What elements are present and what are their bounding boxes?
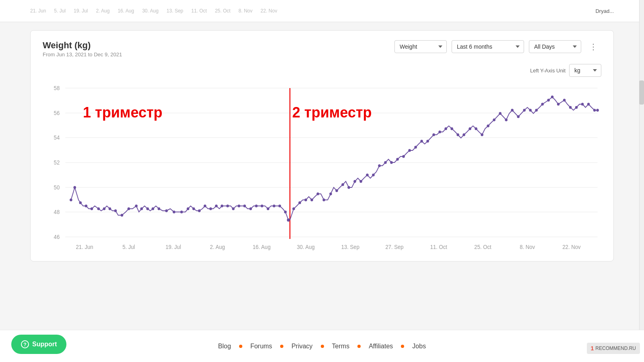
chart-card: Weight (kg) From Jun 13, 2021 to Dec 9, … bbox=[30, 30, 614, 261]
chart-controls-row2: Left Y-Axis Unit kg lbs bbox=[43, 64, 601, 77]
recommend-label: RECOMMEND.RU bbox=[595, 346, 636, 351]
scrollbar-thumb[interactable] bbox=[639, 80, 644, 105]
svg-point-71 bbox=[322, 199, 325, 202]
footer-link-blog[interactable]: Blog bbox=[210, 343, 239, 350]
footer-dot-4 bbox=[357, 345, 361, 348]
svg-text:8. Nov: 8. Nov bbox=[520, 244, 535, 250]
svg-point-115 bbox=[587, 103, 590, 106]
svg-point-79 bbox=[372, 174, 375, 177]
footer-links: Blog Forums Privacy Terms Affiliates Job… bbox=[210, 343, 434, 350]
chart-controls: Weight BMI Body Fat Last 6 months Last 3… bbox=[394, 40, 601, 53]
trimester-2-label: 2 триместр bbox=[292, 104, 372, 121]
svg-text:30. Aug: 30. Aug bbox=[297, 244, 315, 250]
svg-point-33 bbox=[97, 208, 100, 210]
y-axis-unit-label: Left Y-Axis Unit bbox=[530, 68, 566, 74]
footer-dot-3 bbox=[321, 345, 324, 348]
svg-point-97 bbox=[481, 134, 483, 136]
svg-point-116 bbox=[593, 109, 596, 112]
svg-point-32 bbox=[91, 208, 93, 210]
svg-point-111 bbox=[563, 99, 566, 102]
footer-link-privacy[interactable]: Privacy bbox=[283, 343, 320, 350]
svg-point-82 bbox=[390, 161, 393, 164]
svg-point-77 bbox=[359, 180, 362, 183]
svg-text:50: 50 bbox=[54, 185, 60, 191]
svg-point-88 bbox=[426, 140, 429, 143]
svg-text:2. Aug: 2. Aug bbox=[210, 244, 225, 250]
svg-point-69 bbox=[310, 199, 313, 202]
svg-point-107 bbox=[541, 103, 544, 106]
svg-point-28 bbox=[70, 199, 72, 202]
scrollbar[interactable] bbox=[639, 0, 644, 330]
support-button[interactable]: ? Support bbox=[11, 335, 66, 354]
svg-point-40 bbox=[140, 208, 143, 210]
svg-point-58 bbox=[249, 208, 252, 210]
svg-text:46: 46 bbox=[54, 234, 60, 240]
trimester-1-label: 1 триместр bbox=[83, 104, 163, 121]
svg-point-63 bbox=[279, 205, 281, 208]
svg-point-70 bbox=[316, 193, 319, 195]
svg-point-84 bbox=[402, 155, 405, 158]
svg-point-35 bbox=[109, 208, 111, 210]
svg-point-114 bbox=[581, 103, 584, 106]
svg-point-117 bbox=[596, 109, 599, 112]
svg-text:27. Sep: 27. Sep bbox=[385, 244, 403, 250]
days-select[interactable]: All Days Weekdays Weekends bbox=[529, 40, 581, 53]
svg-point-39 bbox=[135, 205, 138, 208]
svg-point-90 bbox=[438, 131, 441, 134]
svg-point-62 bbox=[273, 205, 276, 208]
more-button[interactable]: ⋮ bbox=[586, 40, 601, 53]
svg-text:52: 52 bbox=[54, 160, 60, 166]
chart-header: Weight (kg) From Jun 13, 2021 to Dec 9, … bbox=[43, 40, 601, 58]
chart-title-section: Weight (kg) From Jun 13, 2021 to Dec 9, … bbox=[43, 40, 122, 58]
recommend-badge: 1 RECOMMEND.RU bbox=[587, 343, 640, 354]
svg-point-75 bbox=[347, 186, 350, 189]
svg-point-85 bbox=[408, 149, 411, 152]
svg-point-72 bbox=[329, 193, 332, 195]
top-strip: 21. Jun 5. Jul 19. Jul 2. Aug 16. Aug 30… bbox=[0, 0, 644, 22]
username-label: Dryad... bbox=[595, 8, 614, 14]
unit-select[interactable]: kg lbs bbox=[569, 64, 601, 77]
chart-subtitle: From Jun 13, 2021 to Dec 9, 2021 bbox=[43, 51, 122, 58]
svg-point-61 bbox=[267, 208, 270, 210]
svg-point-102 bbox=[511, 109, 514, 112]
svg-text:48: 48 bbox=[54, 209, 60, 215]
period-select[interactable]: Last 6 months Last 3 months Last month L… bbox=[452, 40, 524, 53]
svg-text:16. Aug: 16. Aug bbox=[253, 244, 271, 250]
footer-link-forums[interactable]: Forums bbox=[242, 343, 280, 350]
svg-point-60 bbox=[261, 205, 264, 208]
svg-point-74 bbox=[341, 183, 344, 186]
svg-point-41 bbox=[146, 208, 149, 210]
main-content: Weight (kg) From Jun 13, 2021 to Dec 9, … bbox=[0, 22, 644, 269]
svg-point-93 bbox=[456, 134, 459, 136]
svg-point-86 bbox=[414, 146, 417, 149]
svg-point-36 bbox=[114, 210, 117, 212]
svg-point-55 bbox=[232, 208, 235, 210]
svg-text:21. Jun: 21. Jun bbox=[76, 244, 93, 250]
svg-point-47 bbox=[187, 208, 190, 210]
footer-link-jobs[interactable]: Jobs bbox=[404, 343, 434, 350]
svg-point-92 bbox=[450, 128, 453, 130]
svg-point-48 bbox=[192, 208, 195, 210]
svg-point-56 bbox=[237, 205, 240, 208]
svg-point-37 bbox=[121, 214, 124, 217]
footer-link-terms[interactable]: Terms bbox=[324, 343, 358, 350]
chart-title: Weight (kg) bbox=[43, 40, 122, 51]
footer-link-affiliates[interactable]: Affiliates bbox=[361, 343, 401, 350]
svg-point-95 bbox=[469, 128, 471, 130]
svg-point-109 bbox=[551, 96, 554, 99]
svg-point-54 bbox=[226, 205, 229, 208]
footer: Blog Forums Privacy Terms Affiliates Job… bbox=[0, 330, 644, 362]
metric-select[interactable]: Weight BMI Body Fat bbox=[394, 40, 447, 53]
support-icon: ? bbox=[21, 340, 29, 348]
svg-text:13. Sep: 13. Sep bbox=[341, 244, 359, 250]
svg-point-67 bbox=[298, 202, 301, 204]
svg-point-103 bbox=[517, 115, 520, 118]
svg-point-49 bbox=[198, 210, 201, 212]
svg-point-76 bbox=[353, 180, 356, 183]
svg-text:58: 58 bbox=[54, 85, 60, 91]
svg-point-31 bbox=[85, 205, 88, 208]
svg-point-46 bbox=[180, 211, 183, 214]
svg-point-65 bbox=[287, 218, 290, 222]
footer-dot-2 bbox=[280, 345, 283, 348]
svg-point-101 bbox=[505, 119, 508, 121]
